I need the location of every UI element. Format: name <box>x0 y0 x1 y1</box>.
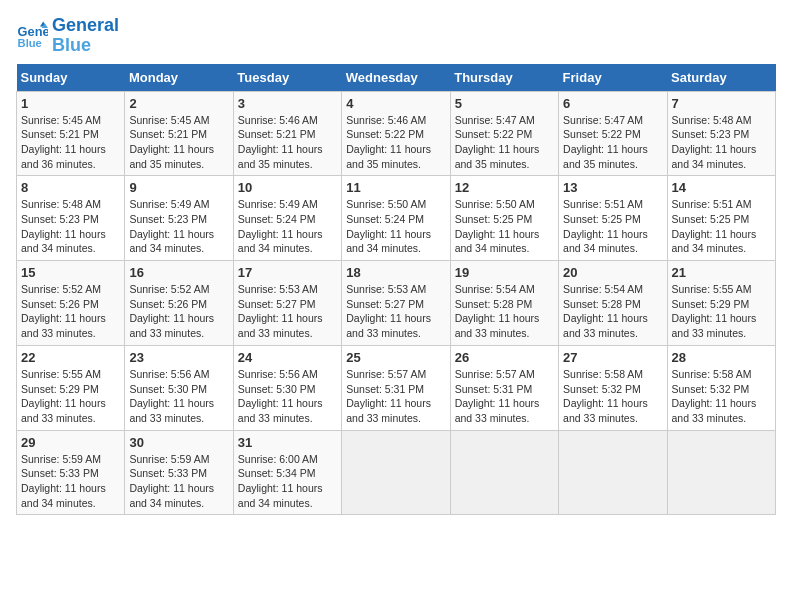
day-info: Sunrise: 5:46 AM Sunset: 5:21 PM Dayligh… <box>238 113 337 172</box>
calendar-cell <box>667 430 775 515</box>
day-number: 8 <box>21 180 120 195</box>
day-info: Sunrise: 5:54 AM Sunset: 5:28 PM Dayligh… <box>455 282 554 341</box>
calendar-cell <box>559 430 667 515</box>
day-number: 5 <box>455 96 554 111</box>
day-number: 19 <box>455 265 554 280</box>
weekday-header: Friday <box>559 64 667 92</box>
calendar-week-row: 29Sunrise: 5:59 AM Sunset: 5:33 PM Dayli… <box>17 430 776 515</box>
day-number: 3 <box>238 96 337 111</box>
day-number: 21 <box>672 265 771 280</box>
day-number: 14 <box>672 180 771 195</box>
calendar-cell: 1Sunrise: 5:45 AM Sunset: 5:21 PM Daylig… <box>17 91 125 176</box>
calendar-cell: 30Sunrise: 5:59 AM Sunset: 5:33 PM Dayli… <box>125 430 233 515</box>
day-number: 24 <box>238 350 337 365</box>
calendar-cell: 6Sunrise: 5:47 AM Sunset: 5:22 PM Daylig… <box>559 91 667 176</box>
day-number: 10 <box>238 180 337 195</box>
day-info: Sunrise: 5:58 AM Sunset: 5:32 PM Dayligh… <box>672 367 771 426</box>
day-info: Sunrise: 5:58 AM Sunset: 5:32 PM Dayligh… <box>563 367 662 426</box>
day-number: 23 <box>129 350 228 365</box>
calendar-cell: 23Sunrise: 5:56 AM Sunset: 5:30 PM Dayli… <box>125 345 233 430</box>
day-info: Sunrise: 5:51 AM Sunset: 5:25 PM Dayligh… <box>563 197 662 256</box>
day-info: Sunrise: 5:56 AM Sunset: 5:30 PM Dayligh… <box>238 367 337 426</box>
calendar-cell: 16Sunrise: 5:52 AM Sunset: 5:26 PM Dayli… <box>125 261 233 346</box>
calendar-cell: 12Sunrise: 5:50 AM Sunset: 5:25 PM Dayli… <box>450 176 558 261</box>
calendar-cell: 15Sunrise: 5:52 AM Sunset: 5:26 PM Dayli… <box>17 261 125 346</box>
weekday-header: Wednesday <box>342 64 450 92</box>
day-info: Sunrise: 6:00 AM Sunset: 5:34 PM Dayligh… <box>238 452 337 511</box>
day-info: Sunrise: 5:56 AM Sunset: 5:30 PM Dayligh… <box>129 367 228 426</box>
calendar-cell: 21Sunrise: 5:55 AM Sunset: 5:29 PM Dayli… <box>667 261 775 346</box>
calendar-week-row: 15Sunrise: 5:52 AM Sunset: 5:26 PM Dayli… <box>17 261 776 346</box>
logo: General Blue General Blue <box>16 16 119 56</box>
day-number: 31 <box>238 435 337 450</box>
calendar-cell: 9Sunrise: 5:49 AM Sunset: 5:23 PM Daylig… <box>125 176 233 261</box>
weekday-header: Tuesday <box>233 64 341 92</box>
day-info: Sunrise: 5:52 AM Sunset: 5:26 PM Dayligh… <box>21 282 120 341</box>
day-info: Sunrise: 5:51 AM Sunset: 5:25 PM Dayligh… <box>672 197 771 256</box>
weekday-header-row: SundayMondayTuesdayWednesdayThursdayFrid… <box>17 64 776 92</box>
day-number: 27 <box>563 350 662 365</box>
day-number: 6 <box>563 96 662 111</box>
day-number: 20 <box>563 265 662 280</box>
calendar-cell: 7Sunrise: 5:48 AM Sunset: 5:23 PM Daylig… <box>667 91 775 176</box>
day-number: 7 <box>672 96 771 111</box>
weekday-header: Saturday <box>667 64 775 92</box>
day-info: Sunrise: 5:45 AM Sunset: 5:21 PM Dayligh… <box>21 113 120 172</box>
day-number: 29 <box>21 435 120 450</box>
day-info: Sunrise: 5:57 AM Sunset: 5:31 PM Dayligh… <box>346 367 445 426</box>
day-info: Sunrise: 5:48 AM Sunset: 5:23 PM Dayligh… <box>672 113 771 172</box>
day-info: Sunrise: 5:53 AM Sunset: 5:27 PM Dayligh… <box>346 282 445 341</box>
calendar-cell: 29Sunrise: 5:59 AM Sunset: 5:33 PM Dayli… <box>17 430 125 515</box>
calendar-cell <box>342 430 450 515</box>
calendar-cell: 18Sunrise: 5:53 AM Sunset: 5:27 PM Dayli… <box>342 261 450 346</box>
day-number: 9 <box>129 180 228 195</box>
calendar-cell: 3Sunrise: 5:46 AM Sunset: 5:21 PM Daylig… <box>233 91 341 176</box>
calendar-cell: 28Sunrise: 5:58 AM Sunset: 5:32 PM Dayli… <box>667 345 775 430</box>
calendar-cell: 27Sunrise: 5:58 AM Sunset: 5:32 PM Dayli… <box>559 345 667 430</box>
day-number: 28 <box>672 350 771 365</box>
day-info: Sunrise: 5:54 AM Sunset: 5:28 PM Dayligh… <box>563 282 662 341</box>
day-number: 17 <box>238 265 337 280</box>
calendar-cell: 5Sunrise: 5:47 AM Sunset: 5:22 PM Daylig… <box>450 91 558 176</box>
day-number: 2 <box>129 96 228 111</box>
day-info: Sunrise: 5:55 AM Sunset: 5:29 PM Dayligh… <box>672 282 771 341</box>
calendar-week-row: 8Sunrise: 5:48 AM Sunset: 5:23 PM Daylig… <box>17 176 776 261</box>
weekday-header: Monday <box>125 64 233 92</box>
weekday-header: Sunday <box>17 64 125 92</box>
day-info: Sunrise: 5:59 AM Sunset: 5:33 PM Dayligh… <box>129 452 228 511</box>
day-number: 1 <box>21 96 120 111</box>
logo-icon: General Blue <box>16 20 48 52</box>
calendar-cell: 31Sunrise: 6:00 AM Sunset: 5:34 PM Dayli… <box>233 430 341 515</box>
day-info: Sunrise: 5:47 AM Sunset: 5:22 PM Dayligh… <box>455 113 554 172</box>
calendar-cell: 14Sunrise: 5:51 AM Sunset: 5:25 PM Dayli… <box>667 176 775 261</box>
svg-text:Blue: Blue <box>18 37 42 49</box>
day-number: 16 <box>129 265 228 280</box>
calendar-cell: 22Sunrise: 5:55 AM Sunset: 5:29 PM Dayli… <box>17 345 125 430</box>
day-info: Sunrise: 5:52 AM Sunset: 5:26 PM Dayligh… <box>129 282 228 341</box>
weekday-header: Thursday <box>450 64 558 92</box>
day-info: Sunrise: 5:57 AM Sunset: 5:31 PM Dayligh… <box>455 367 554 426</box>
calendar-cell: 8Sunrise: 5:48 AM Sunset: 5:23 PM Daylig… <box>17 176 125 261</box>
page-header: General Blue General Blue <box>16 16 776 56</box>
day-info: Sunrise: 5:50 AM Sunset: 5:24 PM Dayligh… <box>346 197 445 256</box>
calendar-cell: 26Sunrise: 5:57 AM Sunset: 5:31 PM Dayli… <box>450 345 558 430</box>
day-info: Sunrise: 5:48 AM Sunset: 5:23 PM Dayligh… <box>21 197 120 256</box>
day-number: 4 <box>346 96 445 111</box>
day-info: Sunrise: 5:49 AM Sunset: 5:24 PM Dayligh… <box>238 197 337 256</box>
day-info: Sunrise: 5:53 AM Sunset: 5:27 PM Dayligh… <box>238 282 337 341</box>
day-number: 13 <box>563 180 662 195</box>
day-number: 18 <box>346 265 445 280</box>
day-info: Sunrise: 5:46 AM Sunset: 5:22 PM Dayligh… <box>346 113 445 172</box>
calendar-cell: 10Sunrise: 5:49 AM Sunset: 5:24 PM Dayli… <box>233 176 341 261</box>
calendar-cell: 25Sunrise: 5:57 AM Sunset: 5:31 PM Dayli… <box>342 345 450 430</box>
day-number: 30 <box>129 435 228 450</box>
calendar-cell: 2Sunrise: 5:45 AM Sunset: 5:21 PM Daylig… <box>125 91 233 176</box>
calendar-table: SundayMondayTuesdayWednesdayThursdayFrid… <box>16 64 776 516</box>
day-number: 26 <box>455 350 554 365</box>
calendar-week-row: 22Sunrise: 5:55 AM Sunset: 5:29 PM Dayli… <box>17 345 776 430</box>
day-number: 11 <box>346 180 445 195</box>
day-number: 22 <box>21 350 120 365</box>
calendar-cell <box>450 430 558 515</box>
calendar-week-row: 1Sunrise: 5:45 AM Sunset: 5:21 PM Daylig… <box>17 91 776 176</box>
calendar-cell: 4Sunrise: 5:46 AM Sunset: 5:22 PM Daylig… <box>342 91 450 176</box>
